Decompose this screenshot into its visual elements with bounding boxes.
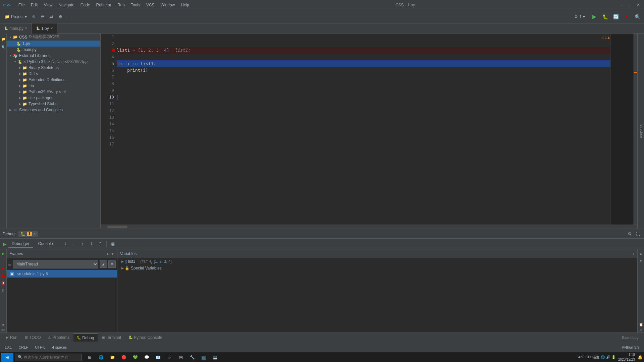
- debug-settings-icon[interactable]: ⚙: [627, 231, 633, 237]
- close-button[interactable]: ✕: [635, 2, 641, 8]
- app-icon-8[interactable]: 📺: [199, 353, 209, 362]
- scroll-up-icon[interactable]: ▲: [607, 34, 610, 41]
- bottom-tab-run[interactable]: ▶ Run: [3, 334, 21, 341]
- menu-window[interactable]: Window: [158, 1, 178, 9]
- menu-refactor[interactable]: Refactor: [94, 1, 114, 9]
- debugger-tab[interactable]: Debugger: [8, 240, 33, 248]
- debug-button[interactable]: 🐛: [601, 13, 609, 21]
- taskbar-clock[interactable]: 1:18 2020/12/23: [618, 353, 635, 362]
- project-dropdown[interactable]: 📁 Project ▾: [3, 13, 29, 20]
- var-copy-icon[interactable]: 📋: [638, 322, 644, 327]
- edge-icon[interactable]: 🌐: [96, 353, 106, 362]
- bottom-tab-todo[interactable]: ☰ TODO: [21, 334, 44, 341]
- scrollbar-thumb[interactable]: [107, 226, 127, 228]
- tree-item-1py[interactable]: 🐍 1.py: [7, 41, 100, 47]
- rerun-button[interactable]: 🔄: [612, 13, 620, 21]
- thread-select[interactable]: ☰ MainThread ▲ ▼: [8, 259, 116, 269]
- taskbar-search[interactable]: 🔍: [15, 354, 82, 361]
- explorer-icon[interactable]: 📁: [107, 353, 117, 362]
- tree-item-mainpy[interactable]: 🐍 main.py: [7, 47, 100, 53]
- project-panel-icon[interactable]: 📁: [1, 36, 6, 42]
- tree-item-python39-lib[interactable]: ▶ 📁 Python39 library root: [7, 89, 100, 95]
- thread-down-btn[interactable]: ▼: [108, 260, 116, 268]
- tree-item-extlibs[interactable]: ▾ 📚 External Libraries: [7, 53, 100, 59]
- frame-item-module[interactable]: ▣ <module>, 1.py:5: [7, 270, 117, 278]
- run-button[interactable]: ▶: [590, 13, 598, 21]
- toolbar-settings-icon[interactable]: ⚙: [57, 13, 64, 20]
- menu-code[interactable]: Code: [78, 1, 93, 9]
- tree-item-extended-defs[interactable]: ▶ 📁 Extended Definitions: [7, 77, 100, 83]
- console-tab[interactable]: Console: [35, 240, 56, 248]
- menu-vcs[interactable]: VCS: [144, 1, 157, 9]
- app-icon-3[interactable]: 💬: [142, 353, 152, 362]
- evaluate-icon[interactable]: ↥: [97, 241, 104, 247]
- toolbar-minimize-icon[interactable]: —: [66, 13, 74, 20]
- toolbar-locate-icon[interactable]: ⊕: [30, 13, 38, 20]
- debug-settings-icon-2[interactable]: ⚙: [1, 288, 6, 293]
- debug-pause-icon[interactable]: ⏸: [1, 258, 6, 263]
- menu-tools[interactable]: Tools: [128, 1, 143, 9]
- taskbar-volume-icon[interactable]: 🔊: [606, 355, 610, 359]
- app-icon-6[interactable]: 🎮: [176, 353, 186, 362]
- app-icon-1[interactable]: 🔴: [119, 353, 129, 362]
- favorites-icon[interactable]: ★: [1, 322, 6, 327]
- find-icon[interactable]: 🔍: [1, 44, 6, 50]
- tree-item-python39[interactable]: ▾ 🐍 < Python 3.9 > C:\Users\28769\App: [7, 59, 100, 65]
- menu-navigate[interactable]: Navigate: [56, 1, 77, 9]
- app-icon-2[interactable]: 💚: [130, 353, 140, 362]
- bottom-tab-problems[interactable]: ⚠ Problems: [45, 334, 73, 341]
- search-everywhere-button[interactable]: 🔍: [633, 13, 641, 21]
- structure-tab[interactable]: Structure: [638, 34, 644, 229]
- debug-badge-tab[interactable]: 🐛 1 ✕: [18, 231, 38, 237]
- step-into-icon[interactable]: ↓: [71, 241, 77, 247]
- debug-rerun-icon[interactable]: ⬤: [1, 273, 6, 278]
- restore-layout-icon[interactable]: ▦: [109, 241, 116, 247]
- status-encoding[interactable]: UTF-8: [33, 345, 47, 349]
- tree-item-site-packages[interactable]: ▶ 📁 site-packages: [7, 95, 100, 101]
- app-icon-7[interactable]: 🔧: [187, 353, 197, 362]
- taskbar-notification-icon[interactable]: 🔔: [638, 355, 643, 360]
- tab-1-py-close[interactable]: ✕: [50, 26, 53, 30]
- tab-main-py-close[interactable]: ✕: [25, 26, 28, 30]
- minimize-button[interactable]: ─: [619, 2, 625, 8]
- tree-item-dlls[interactable]: ▶ 📁 DLLs: [7, 71, 100, 77]
- stop-button[interactable]: ⏹: [623, 13, 631, 21]
- status-line-ending[interactable]: CRLF: [16, 345, 30, 349]
- var-item-special[interactable]: ▶ 🔒 Special Variables: [117, 265, 637, 272]
- resume-button[interactable]: ▶: [3, 241, 6, 247]
- restore-button[interactable]: □: [627, 2, 633, 8]
- tab-1-py[interactable]: 🐍 1.py ✕: [32, 23, 57, 34]
- app-icon-4[interactable]: 📧: [153, 353, 163, 362]
- run-config[interactable]: ⚙ 1 ▾: [572, 14, 588, 20]
- toolbar-collapse-icon[interactable]: ☰: [39, 13, 47, 20]
- frames-down-icon[interactable]: ▼: [111, 252, 114, 256]
- tab-main-py[interactable]: 🐍 main.py ✕: [0, 23, 32, 34]
- var-scroll-down[interactable]: ▼: [638, 258, 644, 263]
- debug-stop-icon[interactable]: ⏹: [1, 265, 6, 271]
- menu-bar[interactable]: File Edit View Navigate Code Refactor Ru…: [16, 1, 192, 9]
- taskbar-battery-icon[interactable]: 🔋: [611, 355, 615, 359]
- task-view-icon[interactable]: ⊞: [85, 353, 95, 362]
- tree-item-css-root[interactable]: ▾ 📂 CSS D:\编程学习\CSS: [7, 34, 100, 41]
- app-icon-5[interactable]: 🛡: [164, 353, 174, 362]
- debug-mute-icon[interactable]: 🔇: [1, 280, 6, 286]
- debug-more-icon[interactable]: ★ >>: [1, 322, 6, 333]
- taskbar-search-input[interactable]: [24, 355, 77, 359]
- right-scrollbar[interactable]: [633, 34, 637, 225]
- step-out-icon[interactable]: ↑: [79, 241, 86, 247]
- breakpoint-3[interactable]: [112, 49, 115, 52]
- app-icon-9[interactable]: 💻: [210, 353, 220, 362]
- event-log-link[interactable]: Event Log: [619, 336, 641, 340]
- horizontal-scrollbar[interactable]: [101, 225, 637, 229]
- menu-run[interactable]: Run: [115, 1, 127, 9]
- bottom-tab-python-console[interactable]: 🐍 Python Console: [125, 334, 166, 341]
- tree-item-binary-skeletons[interactable]: ▶ 📁 Binary Skeletons: [7, 65, 100, 71]
- step-over-icon[interactable]: ⤵: [62, 241, 69, 247]
- var-infinity-icon[interactable]: ∞: [638, 327, 644, 333]
- debug-tab-close[interactable]: ✕: [33, 232, 36, 236]
- more-icon[interactable]: >>: [1, 327, 6, 333]
- menu-view[interactable]: View: [41, 1, 55, 9]
- tree-item-lib[interactable]: ▶ 📁 Lib: [7, 83, 100, 89]
- var-scroll-up[interactable]: ▲: [638, 251, 644, 256]
- bottom-tab-debug[interactable]: 🐛 Debug: [73, 334, 97, 342]
